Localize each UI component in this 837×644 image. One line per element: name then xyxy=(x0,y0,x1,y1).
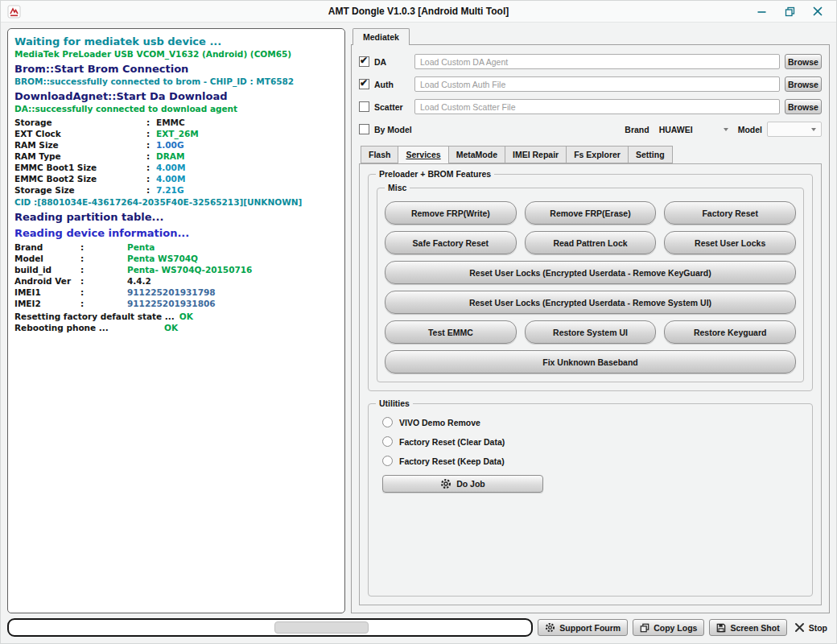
browse-button[interactable]: Browse xyxy=(785,99,822,114)
function-tab[interactable]: Services xyxy=(398,146,448,164)
log-kv-separator: : xyxy=(80,275,127,287)
log-kv-separator: : xyxy=(80,253,127,264)
radio-option[interactable]: Factory Reset (Clear Data) xyxy=(382,436,804,447)
file-row: Auth Browse xyxy=(359,76,822,92)
log-kv-value: Penta- WS704Q-20150716 xyxy=(127,264,252,275)
radio-option[interactable]: VIVO Demo Remove xyxy=(382,417,804,427)
brand-select[interactable]: HUAWEI xyxy=(654,122,733,137)
log-line: BROM::successfully connected to brom - C… xyxy=(14,76,341,88)
log-kv-label: RAM Size xyxy=(14,139,146,151)
checkbox[interactable] xyxy=(359,79,369,89)
service-button[interactable]: Safe Factory Reset xyxy=(385,231,517,254)
file-path-input[interactable] xyxy=(414,54,780,69)
cid-line: CID :[8801034E-43617264-2035F40E-3256521… xyxy=(14,197,341,208)
log-kv-value: EMMC xyxy=(156,117,185,128)
close-button[interactable] xyxy=(809,4,827,19)
log-kv-value: 4.4.2 xyxy=(127,275,151,287)
screenshot-button[interactable]: Screen Shot xyxy=(709,619,786,636)
log-kv-separator: : xyxy=(80,264,127,275)
titlebar: AMT Dongle V1.0.3 [Android Multi Tool] xyxy=(1,1,836,23)
log-kv-value: 911225201931798 xyxy=(127,287,216,298)
support-forum-button[interactable]: Support Fourm xyxy=(538,619,628,636)
log-kv-separator: : xyxy=(146,128,156,139)
device-info-block: Storage : EMMC EXT Clock : EXT_26M RAM S… xyxy=(14,117,341,196)
model-label: Model xyxy=(738,125,762,134)
log-kv-label: build_id xyxy=(14,264,80,275)
radio-option[interactable]: Factory Reset (Keep Data) xyxy=(382,456,804,466)
group-title: Utilities xyxy=(376,398,413,408)
browse-button[interactable]: Browse xyxy=(785,76,822,92)
service-button[interactable]: Restore System UI xyxy=(525,320,657,344)
checkbox[interactable] xyxy=(359,101,369,112)
copy-logs-button[interactable]: Copy Logs xyxy=(633,619,704,636)
model-select[interactable] xyxy=(767,122,822,137)
file-row: DA Browse xyxy=(359,54,822,69)
log-kv-row: RAM Type : DRAM xyxy=(14,151,341,162)
top-tab-strip: Mediatek xyxy=(351,28,830,44)
log-kv-row: Model : Penta WS704Q xyxy=(14,253,341,264)
function-tab[interactable]: Flash xyxy=(361,146,398,163)
log-kv-row: Brand : Penta xyxy=(14,242,341,253)
log-kv-value: 4.00M xyxy=(156,162,185,173)
service-button[interactable]: Fix Unknown Baseband xyxy=(385,350,796,374)
log-kv-value: 911225201931806 xyxy=(127,298,216,309)
chevron-down-icon xyxy=(811,128,816,131)
service-button[interactable]: Restore Keyguard xyxy=(664,320,796,344)
do-job-label: Do Job xyxy=(456,479,485,489)
log-kv-row: Storage Size : 7.21G xyxy=(14,184,341,196)
service-button[interactable]: Remove FRP(Write) xyxy=(385,201,517,225)
service-button[interactable]: Factory Reset xyxy=(664,201,796,225)
misc-group: Misc Remove FRP(Write) Remove FRP(Erase)… xyxy=(377,188,804,382)
by-model-row: By Model Brand HUAWEI Model xyxy=(359,122,822,137)
do-job-button[interactable]: Do Job xyxy=(382,475,543,493)
service-button[interactable]: Reset User Locks xyxy=(664,231,796,254)
service-button[interactable]: Reset User Locks (Encrypted Userdata - R… xyxy=(385,261,796,284)
log-line: Reading partition table... xyxy=(14,210,341,224)
brand-label: Brand xyxy=(625,125,649,134)
file-path-input[interactable] xyxy=(414,76,780,92)
function-tab[interactable]: MetaMode xyxy=(448,146,505,163)
group-title: Misc xyxy=(385,183,410,192)
file-path-input[interactable] xyxy=(414,99,780,114)
x-icon xyxy=(794,622,805,633)
log-kv-row: EMMC Boot1 Size : 4.00M xyxy=(14,162,341,173)
stop-label: Stop xyxy=(809,623,827,633)
log-status-row: Rebooting phone ... OK xyxy=(14,322,341,333)
function-tab[interactable]: Setting xyxy=(628,146,673,163)
service-button[interactable]: Test EMMC xyxy=(385,320,517,344)
checkbox-label: DA xyxy=(374,57,410,67)
log-kv-row: Storage : EMMC xyxy=(14,117,341,128)
log-kv-label: EMMC Boot1 Size xyxy=(14,162,146,173)
tab-mediatek[interactable]: Mediatek xyxy=(353,28,410,45)
log-kv-row: EMMC Boot2 Size : 4.00M xyxy=(14,173,341,184)
window-title: AMT Dongle V1.0.3 [Android Multi Tool] xyxy=(1,6,836,17)
log-line: DA::successfully connected to download a… xyxy=(14,104,341,115)
checkbox[interactable] xyxy=(359,56,369,67)
log-kv-value: EXT_26M xyxy=(156,128,199,139)
mediatek-body: DA Browse Auth Browse Scatter xyxy=(351,44,830,613)
function-tab[interactable]: Fs Explorer xyxy=(566,146,629,163)
service-button[interactable]: Reset User Locks (Encrypted Userdata - R… xyxy=(385,291,796,314)
progress-bar xyxy=(7,618,533,637)
misc-buttons-grid: Remove FRP(Write) Remove FRP(Erase) Fact… xyxy=(385,201,796,374)
log-kv-label: Rebooting phone ... xyxy=(14,322,159,333)
screenshot-label: Screen Shot xyxy=(730,623,779,633)
log-kv-label: Brand xyxy=(14,242,80,253)
log-kv-row: IMEI1 : 911225201931798 xyxy=(14,287,341,298)
log-kv-value: OK xyxy=(164,322,178,333)
restore-button[interactable] xyxy=(781,4,798,19)
radio-icon xyxy=(382,436,393,447)
service-button[interactable]: Read Pattren Lock xyxy=(525,231,657,254)
minimize-button[interactable] xyxy=(752,4,770,19)
stop-button[interactable]: Stop xyxy=(792,622,830,633)
log-kv-value: Penta WS704Q xyxy=(127,253,198,264)
bottom-bar: Support Fourm Copy Logs Screen Shot Stop xyxy=(1,617,836,643)
by-model-checkbox[interactable] xyxy=(359,124,369,134)
browse-button[interactable]: Browse xyxy=(785,54,822,69)
log-kv-value: 7.21G xyxy=(156,184,184,196)
function-tab[interactable]: IMEI Repair xyxy=(505,146,567,163)
service-button[interactable]: Remove FRP(Erase) xyxy=(525,201,657,225)
log-kv-label: EMMC Boot2 Size xyxy=(14,173,146,184)
screenshot-icon xyxy=(716,623,726,633)
log-line: Brom::Start Brom Connection xyxy=(14,62,341,76)
